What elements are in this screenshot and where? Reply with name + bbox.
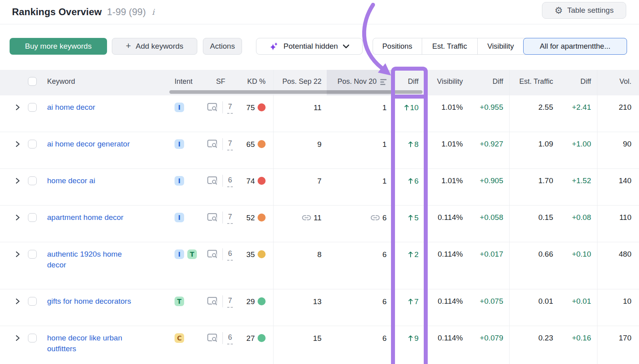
link-icon[interactable] bbox=[371, 215, 380, 221]
tab-positions[interactable]: Positions bbox=[373, 38, 422, 54]
pos-nov-20-value: 1 bbox=[382, 176, 387, 186]
tab-all-for-project[interactable]: All for apartmentthe... bbox=[523, 38, 627, 55]
serp-features-icon[interactable] bbox=[207, 176, 218, 185]
header-expander-spacer bbox=[0, 70, 25, 95]
kd-value: 74 bbox=[246, 176, 255, 186]
position-diff-value: 2 bbox=[391, 242, 425, 289]
visibility-value: 0.114% bbox=[425, 326, 468, 364]
row-checkbox[interactable] bbox=[28, 103, 37, 112]
serp-features-icon[interactable] bbox=[207, 250, 218, 259]
sf-divider bbox=[222, 175, 223, 187]
table-row: authentic 1920s home decor IT 6 35 8 6 bbox=[0, 242, 639, 289]
sf-divider bbox=[222, 295, 223, 307]
tab-est-traffic[interactable]: Est. Traffic bbox=[422, 38, 478, 54]
expand-row-chevron-icon[interactable] bbox=[14, 214, 21, 221]
traffic-diff-value: +0.08 bbox=[557, 206, 597, 242]
link-icon[interactable] bbox=[302, 215, 311, 221]
volume-value: 140 bbox=[597, 169, 639, 205]
intent-badge-i: I bbox=[175, 249, 184, 259]
pos-nov-20-value: 1 bbox=[382, 139, 387, 150]
serp-features-icon[interactable] bbox=[207, 334, 218, 342]
row-checkbox[interactable] bbox=[28, 250, 37, 259]
pos-nov-20-value: 6 bbox=[382, 333, 387, 344]
volume-value: 90 bbox=[597, 132, 639, 168]
horizontal-scrollbar-thumb[interactable] bbox=[327, 90, 391, 94]
kd-level-dot bbox=[258, 214, 266, 222]
visibility-diff-value: +0.075 bbox=[468, 289, 509, 326]
sf-count[interactable]: 7 bbox=[227, 212, 233, 224]
sf-count[interactable]: 7 bbox=[227, 295, 233, 308]
keyword-link[interactable]: authentic 1920s home decor bbox=[47, 249, 137, 270]
sf-count[interactable]: 6 bbox=[227, 175, 233, 187]
pos-sep-22-value: 7 bbox=[317, 176, 321, 186]
position-diff-value: 5 bbox=[391, 206, 425, 242]
column-header-visibility[interactable]: Visibility bbox=[425, 70, 468, 95]
column-header-keyword[interactable]: Keyword bbox=[47, 70, 175, 95]
keyword-link[interactable]: ai home decor bbox=[47, 102, 95, 113]
est-traffic-value: 1.09 bbox=[509, 132, 557, 168]
serp-features-icon[interactable] bbox=[207, 140, 218, 148]
expand-row-chevron-icon[interactable] bbox=[14, 335, 21, 341]
plus-icon: + bbox=[126, 42, 131, 50]
info-icon[interactable]: i bbox=[151, 7, 154, 17]
keyword-link[interactable]: ai home decor generator bbox=[47, 138, 130, 149]
expand-row-chevron-icon[interactable] bbox=[14, 178, 21, 184]
row-checkbox[interactable] bbox=[28, 213, 37, 222]
serp-features-icon[interactable] bbox=[207, 103, 218, 112]
pos-sep-22-value: 9 bbox=[317, 139, 321, 150]
expand-row-chevron-icon[interactable] bbox=[14, 104, 21, 111]
row-checkbox[interactable] bbox=[28, 297, 37, 306]
expand-row-chevron-icon[interactable] bbox=[14, 251, 21, 257]
sf-count[interactable]: 7 bbox=[227, 138, 233, 150]
sf-count[interactable]: 6 bbox=[227, 332, 233, 344]
keyword-link[interactable]: apartment home decor bbox=[47, 212, 123, 223]
pos-nov-20-value: 6 bbox=[382, 296, 387, 307]
page-title: Rankings Overview bbox=[12, 6, 102, 18]
visibility-diff-value: +0.955 bbox=[468, 95, 509, 132]
keyword-link[interactable]: home decor like urban outfitters bbox=[47, 332, 137, 354]
expand-row-chevron-icon[interactable] bbox=[14, 298, 21, 305]
keyword-link[interactable]: gifts for home decorators bbox=[47, 296, 131, 307]
kd-level-dot bbox=[258, 177, 266, 185]
actions-button[interactable]: Actions bbox=[203, 38, 242, 55]
keyword-link[interactable]: home decor ai bbox=[47, 175, 95, 186]
select-all-checkbox[interactable] bbox=[25, 70, 47, 95]
serp-features-icon[interactable] bbox=[207, 213, 218, 222]
buy-more-keywords-button[interactable]: Buy more keywords bbox=[10, 38, 107, 55]
visibility-value: 0.114% bbox=[425, 289, 468, 326]
column-header-volume[interactable]: Vol. bbox=[597, 70, 639, 95]
position-diff-value: 7 bbox=[391, 289, 425, 326]
table-row: ai home decor generator I 7 65 9 1 bbox=[0, 132, 639, 169]
position-diff-value: 9 bbox=[391, 326, 425, 364]
intent-badge-t: T bbox=[187, 249, 197, 259]
row-checkbox[interactable] bbox=[28, 140, 37, 148]
sf-count[interactable]: 7 bbox=[227, 101, 233, 114]
tab-visibility[interactable]: Visibility bbox=[477, 38, 524, 54]
kd-value: 65 bbox=[246, 139, 255, 150]
row-checkbox[interactable] bbox=[28, 334, 37, 342]
add-keywords-button[interactable]: + Add keywords bbox=[112, 38, 197, 55]
pos-nov-20-value: 6 bbox=[382, 249, 387, 260]
intent-badge-i: I bbox=[175, 139, 184, 149]
column-header-diff-traffic[interactable]: Diff bbox=[557, 70, 597, 95]
table-settings-button[interactable]: ⚙ Table settings bbox=[542, 2, 626, 19]
kd-level-dot bbox=[258, 334, 266, 342]
sf-count[interactable]: 6 bbox=[227, 248, 233, 261]
potential-hidden-dropdown[interactable]: Potential hidden bbox=[256, 38, 363, 55]
serp-features-icon[interactable] bbox=[207, 297, 218, 306]
up-arrow-icon bbox=[408, 214, 413, 221]
add-keywords-label: Add keywords bbox=[136, 42, 183, 51]
volume-value: 170 bbox=[597, 326, 639, 364]
traffic-diff-value: +1.00 bbox=[557, 132, 597, 168]
column-header-est-traffic[interactable]: Est. Traffic bbox=[509, 70, 557, 95]
column-header-diff-visibility[interactable]: Diff bbox=[468, 70, 509, 95]
sf-divider bbox=[222, 212, 223, 224]
traffic-diff-value: +2.41 bbox=[557, 95, 597, 132]
expand-row-chevron-icon[interactable] bbox=[14, 141, 21, 147]
table-row: gifts for home decorators T 7 29 13 6 bbox=[0, 289, 639, 326]
up-arrow-icon bbox=[408, 298, 413, 305]
row-checkbox[interactable] bbox=[28, 176, 37, 185]
visibility-value: 1.01% bbox=[425, 132, 468, 168]
volume-value: 10 bbox=[597, 289, 639, 326]
kd-value: 52 bbox=[246, 212, 255, 223]
